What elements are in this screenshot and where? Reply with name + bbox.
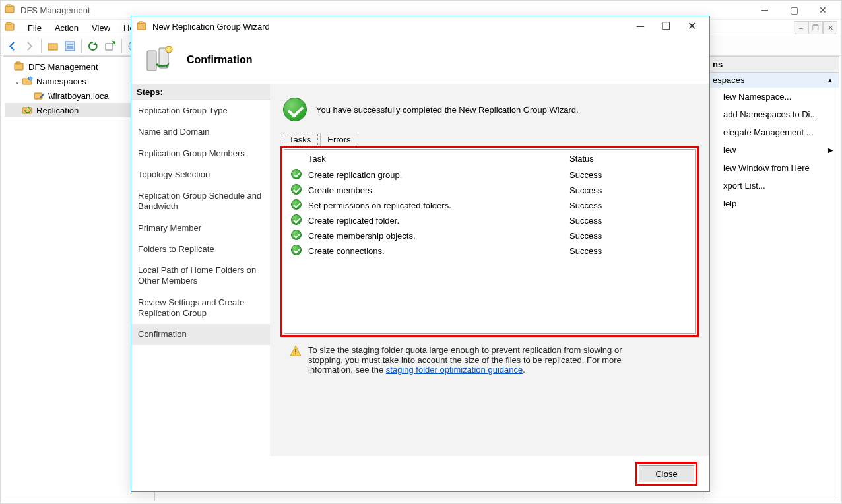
svg-rect-20 xyxy=(139,22,143,24)
actions-header: ns xyxy=(707,57,839,73)
menu-view[interactable]: View xyxy=(86,22,116,34)
action-item-1[interactable]: add Namespaces to Di... xyxy=(707,106,839,123)
back-button[interactable] xyxy=(5,38,20,54)
action-label: lew Namespace... xyxy=(723,92,791,102)
task-name: Set permissions on replicated folders. xyxy=(302,198,563,213)
namespace-icon xyxy=(22,75,34,87)
wizard-footer: Close xyxy=(131,456,709,491)
tasks-result-inner: Task Status Create replication group.Suc… xyxy=(284,149,696,334)
action-item-0[interactable]: lew Namespace... xyxy=(707,88,839,106)
tab-tasks[interactable]: Tasks xyxy=(282,133,318,146)
wizard-header-title: Confirmation xyxy=(187,54,253,66)
success-message: You have successfully completed the New … xyxy=(316,105,579,115)
svg-rect-21 xyxy=(147,51,156,71)
tree-label: DFS Management xyxy=(28,62,98,72)
collapse-arrow-icon: ▲ xyxy=(827,77,833,84)
wizard-close-button[interactable]: ✕ xyxy=(688,21,696,32)
svg-text:!: ! xyxy=(294,348,297,356)
mmc-window-buttons: ─ ▢ ✕ xyxy=(750,2,837,18)
results-tabs: Tasks Errors xyxy=(282,132,699,146)
hint-text-block: To size the staging folder quota large e… xyxy=(308,345,633,375)
svg-rect-9 xyxy=(106,44,112,50)
wizard-header: Confirmation xyxy=(131,36,709,84)
action-label: lelp xyxy=(723,199,736,208)
task-row: Create connections.Success xyxy=(284,243,695,259)
wizard-step-6[interactable]: Folders to Replicate xyxy=(131,239,270,260)
close-button[interactable]: ✕ xyxy=(808,2,837,18)
staging-guidance-link[interactable]: staging folder optimization guidance xyxy=(386,365,523,375)
actions-group-label: espaces xyxy=(713,75,744,85)
mdi-restore[interactable]: ❐ xyxy=(808,21,823,34)
task-status: Success xyxy=(563,183,695,198)
tasks-result-box: Task Status Create replication group.Suc… xyxy=(280,146,699,337)
wizard-step-9[interactable]: Confirmation xyxy=(131,324,270,345)
refresh-button[interactable] xyxy=(85,38,101,54)
wizard-step-4[interactable]: Replication Group Schedule and Bandwidth xyxy=(131,185,270,218)
task-name: Create connections. xyxy=(302,243,563,259)
action-item-5[interactable]: xport List... xyxy=(707,177,839,195)
wizard-title: New Replication Group Wizard xyxy=(152,22,637,32)
wizard-close-action-button[interactable]: Close xyxy=(639,465,694,482)
action-item-3[interactable]: iew▶ xyxy=(707,141,839,159)
mdi-close[interactable]: ✕ xyxy=(823,21,837,34)
task-name: Create members. xyxy=(302,183,563,198)
export-button[interactable] xyxy=(102,38,118,54)
properties-button[interactable] xyxy=(62,38,78,54)
actions-pane: ns espaces ▲ lew Namespace...add Namespa… xyxy=(707,57,839,501)
wizard-step-7[interactable]: Local Path of Home Folders on Other Memb… xyxy=(131,260,270,292)
action-item-2[interactable]: elegate Management ... xyxy=(707,123,839,141)
wizard-step-5[interactable]: Primary Member xyxy=(131,218,270,239)
task-status: Success xyxy=(563,228,695,243)
dfs-app-icon xyxy=(5,4,16,16)
wizard-step-2[interactable]: Replication Group Members xyxy=(131,143,270,164)
task-status: Success xyxy=(563,243,695,259)
action-item-6[interactable]: lelp xyxy=(707,195,839,212)
svg-point-15 xyxy=(28,77,32,80)
tab-errors[interactable]: Errors xyxy=(320,133,358,146)
task-name: Create replication group. xyxy=(302,168,563,183)
dfs-icon xyxy=(14,61,26,73)
success-check-icon xyxy=(283,98,307,121)
action-label: lew Window from Here xyxy=(723,163,810,173)
maximize-button[interactable]: ▢ xyxy=(779,2,808,18)
svg-rect-1 xyxy=(7,5,11,7)
up-button[interactable] xyxy=(45,38,61,54)
menu-file[interactable]: File xyxy=(22,22,48,34)
wizard-step-0[interactable]: Replication Group Type xyxy=(131,100,270,121)
mdi-minimize[interactable]: – xyxy=(794,21,808,34)
status-header: Status xyxy=(563,150,695,168)
wizard-steps-pane: Steps: Replication Group TypeName and Do… xyxy=(131,84,270,456)
action-item-4[interactable]: lew Window from Here xyxy=(707,159,839,177)
wizard-titlebar: New Replication Group Wizard ─ ☐ ✕ xyxy=(131,16,709,36)
task-row: Create members.Success xyxy=(284,183,695,198)
wizard-step-1[interactable]: Name and Domain xyxy=(131,121,270,142)
task-row: Create replication group.Success xyxy=(284,168,695,183)
success-message-row: You have successfully completed the New … xyxy=(283,98,696,121)
replication-servers-icon xyxy=(143,44,175,76)
new-replication-group-wizard: New Replication Group Wizard ─ ☐ ✕ Confi… xyxy=(131,16,710,492)
actions-group-header[interactable]: espaces ▲ xyxy=(707,73,839,88)
task-row: Create membership objects.Success xyxy=(284,228,695,243)
task-row: Set permissions on replicated folders.Su… xyxy=(284,198,695,213)
action-label: add Namespaces to Di... xyxy=(723,110,817,119)
task-success-icon xyxy=(291,230,302,240)
wizard-maximize-button[interactable]: ☐ xyxy=(661,21,670,32)
wizard-step-8[interactable]: Review Settings and Create Replication G… xyxy=(131,292,270,325)
steps-header: Steps: xyxy=(131,84,270,100)
toolbar-sep xyxy=(41,39,42,53)
menu-action[interactable]: Action xyxy=(49,22,84,34)
submenu-arrow-icon: ▶ xyxy=(828,146,833,154)
toolbar-sep3 xyxy=(121,39,122,53)
action-label: xport List... xyxy=(723,181,765,191)
task-success-icon xyxy=(291,169,302,179)
mdi-buttons: – ❐ ✕ xyxy=(794,21,837,34)
task-status: Success xyxy=(563,198,695,213)
wizard-body: Steps: Replication Group TypeName and Do… xyxy=(131,84,709,456)
minimize-button[interactable]: ─ xyxy=(750,2,779,18)
wizard-minimize-button[interactable]: ─ xyxy=(637,21,644,32)
tree-expander[interactable]: ⌄ xyxy=(13,78,22,85)
wizard-app-icon xyxy=(137,20,148,32)
tree-label: Namespaces xyxy=(36,77,86,86)
wizard-step-3[interactable]: Topology Selection xyxy=(131,164,270,185)
forward-button[interactable] xyxy=(22,38,38,54)
